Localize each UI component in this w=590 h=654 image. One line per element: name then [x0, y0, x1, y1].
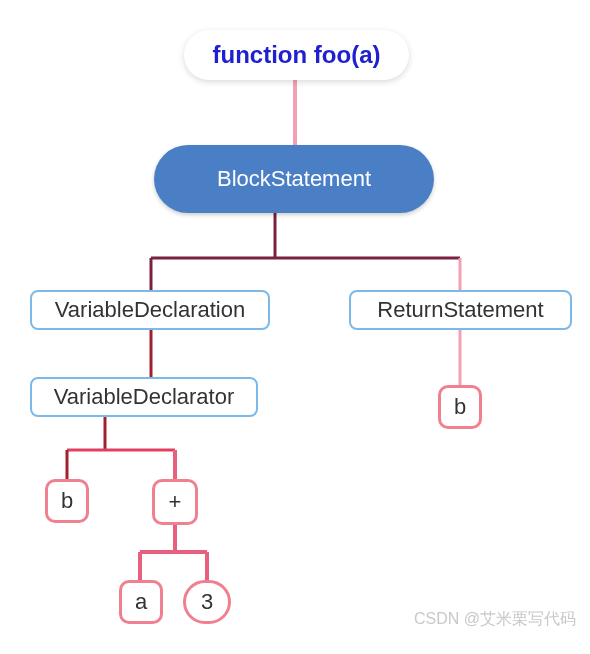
watermark: CSDN @艾米栗写代码 — [414, 609, 576, 630]
node-function-root: function foo(a) — [184, 30, 409, 80]
node-literal-three: 3 — [183, 580, 231, 624]
node-identifier-a: a — [119, 580, 163, 624]
node-identifier-b-return: b — [438, 385, 482, 429]
node-variable-declaration: VariableDeclaration — [30, 290, 270, 330]
node-operator-plus: + — [152, 479, 198, 525]
node-identifier-b-left: b — [45, 479, 89, 523]
node-variable-declarator: VariableDeclarator — [30, 377, 258, 417]
node-block-statement: BlockStatement — [154, 145, 434, 213]
node-return-statement: ReturnStatement — [349, 290, 572, 330]
